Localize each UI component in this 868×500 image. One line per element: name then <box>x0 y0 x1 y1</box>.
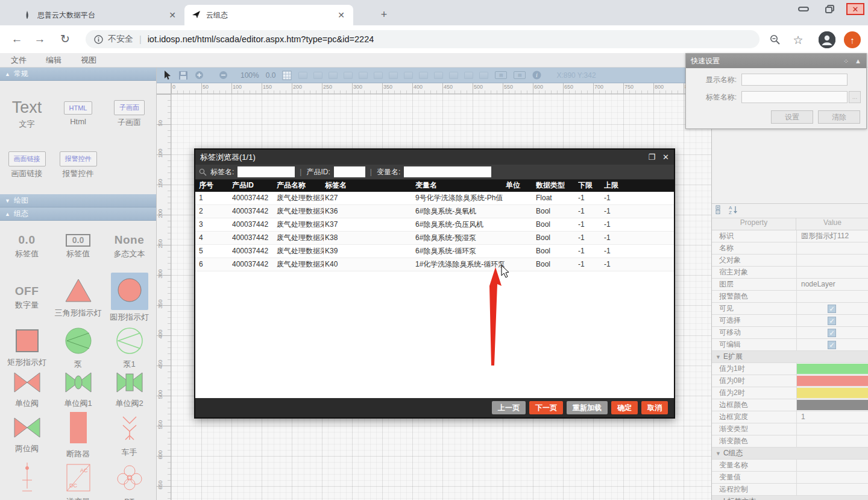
palette-section-header[interactable]: ▲组态 <box>0 207 156 221</box>
palette-item[interactable]: 矩形指示灯 <box>1 327 52 369</box>
table-row[interactable]: 5400037442废气处理数据采集K396#除臭系统-循环泵Bool-1-1 <box>195 245 674 258</box>
search-input[interactable] <box>404 166 491 177</box>
align-left-icon[interactable] <box>344 72 353 79</box>
quick-button[interactable]: 设置 <box>771 110 813 124</box>
dialog-button[interactable]: 上一页 <box>492 401 526 414</box>
property-row[interactable]: 值为0时 <box>712 375 868 387</box>
quick-field-input[interactable] <box>741 91 848 103</box>
search-input[interactable] <box>237 166 295 177</box>
palette-item[interactable]: 泵1 <box>104 327 155 369</box>
property-row[interactable]: 可移动✓ <box>712 327 868 339</box>
property-row[interactable]: 渐变颜色 <box>712 435 868 448</box>
color-swatch[interactable] <box>797 376 868 386</box>
column-header[interactable]: 序号 <box>199 180 230 192</box>
property-checkbox[interactable]: ✓ <box>828 317 836 325</box>
browse-more-button[interactable]: ... <box>849 91 861 103</box>
palette-item[interactable]: ACDC逆变器 <box>52 460 104 500</box>
collapse-icon[interactable]: ▲ <box>855 57 861 65</box>
reload-button[interactable]: ↻ <box>57 31 74 48</box>
dialog-button[interactable]: 确定 <box>611 401 638 414</box>
table-row[interactable]: 3400037442废气处理数据采集K376#除臭系统-负压风机Bool-1-1 <box>195 218 674 232</box>
property-row[interactable]: 边框颜色 <box>712 399 868 411</box>
palette-item[interactable]: 刀闸 <box>1 460 52 500</box>
paste-icon[interactable] <box>298 72 307 79</box>
palette-item[interactable]: 断路器 <box>52 410 104 460</box>
palette-item[interactable]: 单位阀2 <box>104 369 155 410</box>
color-swatch[interactable] <box>797 400 868 410</box>
color-swatch[interactable] <box>797 388 868 398</box>
palette-section-header[interactable]: ▼绘图 <box>0 194 156 207</box>
table-row[interactable]: 1400037442废气处理数据采集K279号化学洗涤除臭系统-Ph值Float… <box>195 192 674 205</box>
new-tab-button[interactable]: + <box>376 7 392 23</box>
property-row[interactable]: 值为1时 <box>712 363 868 375</box>
dialog-close-icon[interactable]: ✕ <box>662 153 669 162</box>
palette-item[interactable]: 报警控件报警控件 <box>52 139 104 191</box>
quick-settings-header[interactable]: 快速设置 ⁘ ▲ <box>686 54 866 68</box>
column-header[interactable]: 标签名 <box>325 180 414 192</box>
table-row[interactable]: 2400037442废气处理数据采集K366#除臭系统-臭氧机Bool-1-1 <box>195 205 674 218</box>
property-row[interactable]: 可编辑✓ <box>712 339 868 351</box>
sort-az-icon[interactable]: AZ <box>728 205 738 217</box>
property-row[interactable]: 标识圆形指示灯112 <box>712 230 868 242</box>
property-row[interactable]: 可见✓ <box>712 303 868 315</box>
color-swatch[interactable] <box>797 364 868 374</box>
tab-close-icon[interactable]: ✕ <box>335 10 347 20</box>
property-row[interactable]: 远程控制 <box>712 484 868 496</box>
property-row[interactable]: 边框宽度1 <box>712 411 868 423</box>
palette-item[interactable]: 子画面子画面 <box>104 88 155 139</box>
info-tool-icon[interactable]: i <box>532 71 541 80</box>
tab-close-icon[interactable]: ✕ <box>166 10 178 20</box>
menu-item[interactable]: 视图 <box>81 55 105 66</box>
property-row[interactable]: 报警颜色 <box>712 291 868 303</box>
property-row[interactable]: 渐变类型 <box>712 423 868 435</box>
dock-icon[interactable]: ⁘ <box>843 57 849 65</box>
window-close-button[interactable]: ✕ <box>846 3 864 15</box>
search-input[interactable] <box>334 166 365 177</box>
back-button[interactable]: ← <box>8 31 25 48</box>
table-row[interactable]: 6400037442废气处理数据采集K401#化学洗涤除臭系统-循环泵Bool-… <box>195 258 674 271</box>
palette-item[interactable]: 单位阀1 <box>52 369 104 410</box>
palette-item[interactable]: 三角形指示灯 <box>52 268 104 327</box>
property-row[interactable]: ▼E扩展 <box>712 351 868 363</box>
dialog-maximize-icon[interactable]: ❐ <box>648 153 655 162</box>
bookmark-star-icon[interactable]: ☆ <box>790 31 807 48</box>
column-header[interactable]: 数据类型 <box>536 180 577 192</box>
palette-item[interactable]: 两位阀 <box>1 410 52 460</box>
property-row[interactable]: 变量值 <box>712 472 868 484</box>
forward-button[interactable]: → <box>31 31 48 48</box>
column-header[interactable]: 产品ID <box>232 180 275 192</box>
palette-item[interactable]: OFF数字量 <box>1 268 52 327</box>
align-right-icon[interactable] <box>374 72 383 79</box>
menu-item[interactable]: 编辑 <box>46 55 70 66</box>
palette-item[interactable]: Text文字 <box>1 88 52 139</box>
zoom-out-page-icon[interactable] <box>767 31 784 48</box>
dialog-button[interactable]: 取消 <box>641 401 668 414</box>
column-header[interactable]: 单位 <box>506 180 535 192</box>
save-icon[interactable] <box>178 71 188 80</box>
menu-item[interactable]: 文件 <box>11 55 35 66</box>
align-center-h-icon[interactable] <box>359 72 368 79</box>
profile-avatar[interactable] <box>819 31 835 48</box>
property-row[interactable]: 图层nodeLayer <box>712 279 868 291</box>
palette-item[interactable]: BT <box>104 460 155 500</box>
column-header[interactable]: 下限 <box>578 180 603 192</box>
property-row[interactable]: 可选择✓ <box>712 315 868 327</box>
palette-item[interactable]: 0.0标签值 <box>52 224 104 268</box>
column-header[interactable]: 产品名称 <box>277 180 324 192</box>
quick-button[interactable]: 清除 <box>818 110 860 124</box>
table-row[interactable]: 4400037442废气处理数据采集K386#除臭系统-预湿泵Bool-1-1 <box>195 232 674 245</box>
property-row[interactable]: ▼L标签文本 <box>712 496 868 500</box>
browser-tab[interactable]: 云组态✕ <box>184 5 353 25</box>
window-restore-button[interactable] <box>820 2 840 16</box>
pause-icon[interactable] <box>479 72 488 79</box>
palette-item[interactable]: 0.0标签值 <box>1 224 52 268</box>
property-row[interactable]: ▼C组态 <box>712 448 868 460</box>
url-field[interactable]: 不安全 | iot.idosp.net/html/scada/editor.as… <box>86 30 760 48</box>
quick-field-input[interactable] <box>741 74 848 86</box>
grid-toggle-icon[interactable] <box>282 71 292 80</box>
distribute-vertical-icon[interactable] <box>449 72 458 79</box>
palette-item[interactable]: 圆形指示灯 <box>104 268 155 327</box>
property-row[interactable]: 值为2时 <box>712 387 868 399</box>
align-top-icon[interactable] <box>389 72 398 79</box>
align-bottom-icon[interactable] <box>419 72 428 79</box>
